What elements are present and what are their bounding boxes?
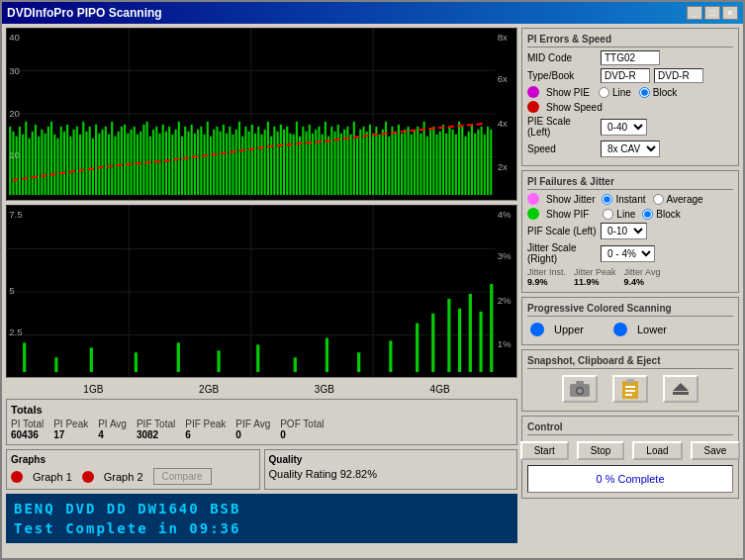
pcs-title: Progressive Colored Scanning bbox=[527, 303, 733, 317]
svg-rect-120 bbox=[369, 125, 371, 195]
svg-rect-144 bbox=[445, 134, 447, 195]
svg-rect-131 bbox=[404, 130, 406, 195]
pi-peak-label: PI Peak bbox=[53, 419, 88, 429]
pif-block-input[interactable] bbox=[642, 209, 653, 220]
pif-total-value: 3082 bbox=[137, 429, 175, 440]
pi-avg-value: 4 bbox=[98, 429, 127, 440]
svg-point-201 bbox=[578, 389, 583, 394]
save-button[interactable]: Save bbox=[691, 441, 741, 460]
pi-errors-title: PI Errors & Speed bbox=[527, 34, 733, 47]
svg-rect-130 bbox=[401, 134, 403, 195]
svg-rect-81 bbox=[244, 127, 246, 195]
svg-rect-41 bbox=[118, 132, 120, 195]
pif-scale-dropdown[interactable]: 0-10 bbox=[601, 223, 647, 239]
svg-rect-126 bbox=[388, 137, 390, 195]
pcs-lower-dot bbox=[613, 323, 627, 336]
svg-rect-153 bbox=[474, 134, 476, 195]
svg-rect-100 bbox=[305, 132, 307, 195]
jitter-scale-label: Jitter Scale (Right) bbox=[527, 242, 597, 264]
snapshot-button[interactable] bbox=[562, 375, 598, 403]
pof-total-label: POF Total bbox=[280, 419, 324, 429]
svg-rect-189 bbox=[469, 294, 472, 372]
start-button[interactable]: Start bbox=[520, 441, 569, 460]
svg-text:40: 40 bbox=[9, 33, 20, 43]
top-chart: 40 30 20 10 8x 6x 4x 2x bbox=[6, 28, 517, 201]
svg-rect-54 bbox=[158, 134, 160, 195]
svg-rect-124 bbox=[382, 130, 384, 195]
svg-rect-101 bbox=[309, 125, 311, 195]
show-pif-row: Show PIF Line Block bbox=[527, 208, 733, 220]
svg-rect-63 bbox=[187, 132, 189, 195]
pcs-row: Upper Lower bbox=[527, 320, 733, 339]
type-book-row: Type/Book DVD-R DVD-R bbox=[527, 68, 733, 83]
pif-avg-value: 0 bbox=[235, 429, 270, 440]
compare-button[interactable]: Compare bbox=[153, 468, 212, 485]
quality-rating: Quality Rating 92.82% bbox=[269, 468, 513, 480]
svg-rect-66 bbox=[197, 130, 199, 195]
svg-rect-51 bbox=[149, 137, 151, 195]
svg-text:4x: 4x bbox=[498, 119, 509, 129]
svg-rect-96 bbox=[293, 135, 295, 195]
jitter-scale-dropdown[interactable]: 0 - 4% bbox=[601, 245, 655, 262]
svg-rect-93 bbox=[283, 130, 285, 195]
svg-rect-88 bbox=[267, 122, 269, 195]
svg-rect-138 bbox=[426, 137, 428, 195]
svg-rect-136 bbox=[419, 134, 421, 195]
pi-total-value: 60436 bbox=[11, 429, 44, 440]
svg-rect-108 bbox=[330, 127, 332, 195]
svg-rect-167 bbox=[7, 206, 516, 377]
svg-rect-156 bbox=[484, 135, 486, 195]
graph1-label: Graph 1 bbox=[33, 471, 72, 483]
load-button[interactable]: Load bbox=[632, 441, 682, 460]
pi-avg-label: PI Avg bbox=[98, 419, 127, 429]
svg-rect-186 bbox=[431, 314, 434, 372]
x-label-3gb: 3GB bbox=[315, 384, 334, 395]
svg-rect-150 bbox=[464, 137, 466, 195]
svg-rect-90 bbox=[273, 127, 275, 195]
progress-text: 0 % Complete bbox=[596, 473, 664, 485]
pie-scale-dropdown[interactable]: 0-40 bbox=[601, 119, 647, 136]
svg-rect-107 bbox=[327, 137, 329, 195]
svg-rect-95 bbox=[289, 134, 291, 195]
jitter-avg-label: Jitter Avg bbox=[624, 267, 661, 277]
svg-rect-102 bbox=[312, 134, 314, 195]
maximize-button[interactable]: □ bbox=[704, 6, 720, 20]
svg-rect-155 bbox=[481, 127, 483, 195]
jitter-stats-row: Jitter Inst. 9.9% Jitter Peak 11.9% Jitt… bbox=[527, 267, 733, 287]
eject-button[interactable] bbox=[663, 375, 698, 403]
jitter-instant-input[interactable] bbox=[602, 194, 612, 205]
svg-rect-42 bbox=[121, 127, 123, 195]
svg-rect-129 bbox=[398, 125, 400, 195]
svg-rect-65 bbox=[194, 134, 196, 195]
svg-rect-127 bbox=[391, 127, 393, 195]
clipboard-button[interactable] bbox=[612, 375, 648, 403]
jitter-scale-row: Jitter Scale (Right) 0 - 4% bbox=[527, 242, 733, 264]
pie-scale-row: PIE Scale (Left) 0-40 bbox=[527, 116, 733, 138]
jitter-average-input[interactable] bbox=[653, 194, 664, 205]
stop-button[interactable]: Stop bbox=[577, 441, 625, 460]
pi-failures-title: PI Failures & Jitter bbox=[527, 176, 733, 190]
pie-line-input[interactable] bbox=[599, 87, 609, 98]
svg-rect-85 bbox=[257, 127, 259, 195]
pie-block-input[interactable] bbox=[639, 87, 650, 98]
svg-rect-190 bbox=[479, 312, 482, 372]
svg-rect-32 bbox=[89, 127, 91, 195]
svg-rect-205 bbox=[625, 386, 635, 388]
bottom-chart: 7.5 5 2.5 4% 3% 2% 1% bbox=[6, 205, 517, 378]
svg-rect-77 bbox=[232, 135, 233, 195]
close-button[interactable]: × bbox=[722, 6, 738, 20]
svg-rect-179 bbox=[217, 350, 220, 372]
jitter-peak-label: Jitter Peak bbox=[574, 267, 616, 277]
svg-rect-175 bbox=[54, 357, 57, 372]
svg-rect-50 bbox=[146, 122, 148, 195]
svg-rect-99 bbox=[302, 127, 304, 195]
minimize-button[interactable]: _ bbox=[687, 6, 702, 20]
pif-line-input[interactable] bbox=[603, 209, 613, 220]
svg-rect-12 bbox=[25, 122, 27, 195]
svg-rect-37 bbox=[105, 127, 107, 195]
svg-rect-27 bbox=[73, 130, 75, 195]
svg-text:20: 20 bbox=[9, 109, 20, 119]
speed-dropdown[interactable]: 8x CAV bbox=[601, 140, 660, 157]
svg-rect-91 bbox=[277, 132, 279, 195]
svg-rect-182 bbox=[326, 337, 328, 372]
